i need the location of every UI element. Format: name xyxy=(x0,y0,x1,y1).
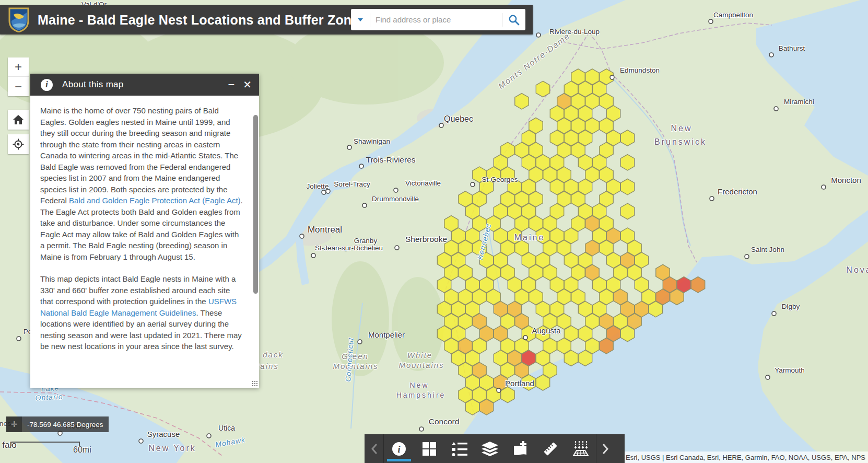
panel-link[interactable]: Bald and Golden Eagle Protection Act (Ea… xyxy=(69,196,241,205)
home-control xyxy=(8,110,29,130)
about-text: Maine is the home of over 750 nesting pa… xyxy=(30,96,259,368)
scale-bar-line xyxy=(10,442,80,446)
locate-icon xyxy=(13,138,24,150)
widget-analysis-button[interactable] xyxy=(566,434,596,463)
zoom-in-button[interactable]: + xyxy=(8,57,29,77)
scale-bar-label: 60mi xyxy=(73,445,91,455)
svg-text:i: i xyxy=(397,444,400,455)
panel-title: About this map xyxy=(62,79,124,90)
toolbar-next-button[interactable] xyxy=(596,434,615,463)
minimize-button[interactable]: − xyxy=(221,79,241,90)
panel-paragraph: Maine is the home of over 750 nesting pa… xyxy=(40,105,243,262)
panel-text-segment: Maine is the home of over 750 nesting pa… xyxy=(40,106,238,205)
measure-icon xyxy=(543,441,558,457)
widget-layers-button[interactable] xyxy=(475,434,505,463)
crosshair-icon: ✛ xyxy=(11,420,18,429)
info-widget-icon: i xyxy=(391,441,407,457)
toolbar-prev-button[interactable] xyxy=(365,434,383,463)
info-icon: i xyxy=(41,79,53,91)
zoom-out-button[interactable]: − xyxy=(8,77,29,96)
widget-info-button[interactable]: i xyxy=(384,434,414,463)
attribution-bar: Esri, USGS | Esri Canada, Esri, HERE, Ga… xyxy=(625,452,868,463)
chevron-right-icon xyxy=(603,444,609,454)
widget-basemap-button[interactable] xyxy=(414,434,444,463)
about-panel-body: Maine is the home of over 750 nesting pa… xyxy=(30,96,259,388)
panel-paragraph: This map depicts intact Bald Eagle nests… xyxy=(40,273,243,352)
search-widget xyxy=(351,9,525,30)
chevron-left-icon xyxy=(371,444,377,454)
basemap-gallery-icon xyxy=(422,442,437,456)
scrollbar-thumb[interactable] xyxy=(253,115,258,294)
active-widget-indicator xyxy=(387,459,411,461)
page-title: Maine - Bald Eagle Nest Locations and Bu… xyxy=(38,13,367,28)
layer-list-icon xyxy=(482,442,498,456)
magnifier-icon xyxy=(508,14,520,26)
usfws-logo xyxy=(8,7,29,32)
widget-legend-button[interactable] xyxy=(444,434,475,463)
widget-toolbar: i xyxy=(365,434,625,463)
add-data-icon xyxy=(512,441,528,457)
coordinates-widget: ✛ -78.569 46.685 Degrees xyxy=(6,416,109,432)
search-button[interactable] xyxy=(502,9,525,30)
widget-measure-button[interactable] xyxy=(535,434,566,463)
zoom-controls: + − xyxy=(8,57,29,96)
home-button[interactable] xyxy=(8,110,29,130)
about-panel-header[interactable]: i About this map − ✕ xyxy=(30,74,259,96)
locate-control xyxy=(8,134,29,154)
search-source-dropdown[interactable] xyxy=(351,9,370,30)
caret-down-icon xyxy=(357,18,363,22)
app-header: Maine - Bald Eagle Nest Locations and Bu… xyxy=(0,5,533,34)
panel-text-segment: . The Eagle Act protects both Bald and G… xyxy=(40,196,243,261)
close-icon[interactable]: ✕ xyxy=(241,79,259,90)
locate-button[interactable] xyxy=(8,134,29,154)
attribution-text: Esri, USGS | Esri Canada, Esri, HERE, Ga… xyxy=(626,454,868,461)
panel-text-segment: This map depicts intact Bald Eagle nests… xyxy=(40,274,236,306)
coordinates-readout: -78.569 46.685 Degrees xyxy=(22,416,109,432)
legend-icon xyxy=(452,442,467,456)
search-input[interactable] xyxy=(370,15,502,24)
home-icon xyxy=(13,115,24,124)
widget-add-data-button[interactable] xyxy=(505,434,535,463)
capture-coordinates-button[interactable]: ✛ xyxy=(6,416,22,432)
about-panel: i About this map − ✕ Maine is the home o… xyxy=(30,74,259,388)
resize-handle[interactable] xyxy=(251,380,257,386)
map-application: Val-d'OrRiviere-du-LoupQuebecShawiniganT… xyxy=(0,0,868,463)
analysis-grid-icon xyxy=(572,441,589,457)
scale-bar: 60mi xyxy=(10,438,80,446)
